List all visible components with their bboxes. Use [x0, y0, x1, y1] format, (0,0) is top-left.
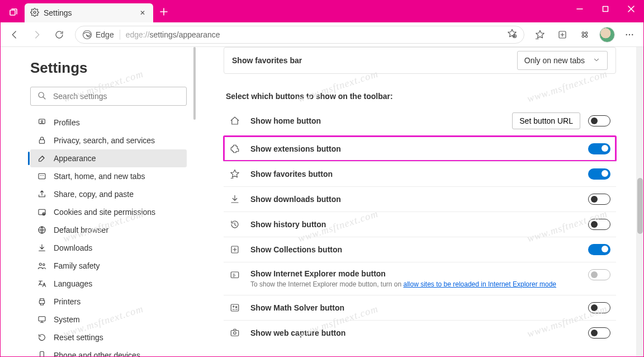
- svg-point-18: [40, 175, 41, 176]
- home-toggle[interactable]: [588, 115, 610, 126]
- svg-rect-30: [231, 272, 239, 278]
- history-icon: [229, 219, 240, 229]
- downloads-toggle[interactable]: [588, 194, 610, 205]
- address-separator: [120, 30, 120, 40]
- sidebar-item-share[interactable]: Share, copy, and paste: [30, 185, 187, 203]
- ie-mode-link[interactable]: allow sites to be reloaded in Internet E…: [404, 280, 557, 288]
- favorites-bar-value: Only on new tabs: [524, 56, 585, 65]
- sidebar-item-system[interactable]: System: [30, 311, 187, 328]
- row-collections-button: Show Collections button: [224, 237, 616, 262]
- svg-rect-16: [39, 140, 44, 144]
- nav-refresh-button[interactable]: [49, 26, 69, 44]
- tab-actions-button[interactable]: [3, 3, 23, 22]
- row-favorites-button: Show favorites button: [224, 161, 616, 186]
- nav-back-button[interactable]: [4, 26, 25, 44]
- extension-icon: [229, 144, 240, 154]
- more-menu-button[interactable]: [619, 26, 640, 44]
- row-label: Show Math Solver button: [250, 303, 344, 312]
- sidebar-item-reset[interactable]: Reset settings: [30, 328, 187, 346]
- section-header: Select which buttons to show on the tool…: [226, 92, 616, 101]
- row-ie-mode-button: Show Internet Explorer mode button To sh…: [224, 262, 616, 295]
- svg-rect-17: [39, 173, 45, 178]
- history-toggle[interactable]: [588, 219, 610, 230]
- window-minimize-button[interactable]: [567, 0, 593, 18]
- add-favorite-icon[interactable]: [507, 29, 517, 40]
- search-icon: [37, 91, 46, 102]
- favorites-bar-select[interactable]: Only on new tabs: [517, 51, 608, 70]
- globe-icon: [36, 226, 48, 234]
- svg-point-25: [43, 264, 45, 265]
- titlebar: Settings ✕: [0, 0, 644, 22]
- tab-title: Settings: [44, 8, 72, 17]
- sidebar-item-family[interactable]: Family safety: [30, 257, 187, 275]
- sidebar-item-label: Family safety: [54, 261, 100, 270]
- sidebar-scrollbar[interactable]: [192, 47, 197, 357]
- sidebar-item-label: Cookies and site permissions: [54, 208, 155, 217]
- collections-icon: [229, 245, 240, 255]
- ie-toggle: [588, 269, 610, 280]
- tab-close-button[interactable]: ✕: [138, 8, 148, 18]
- settings-search[interactable]: [30, 87, 187, 106]
- language-icon: [36, 279, 48, 288]
- sidebar-item-privacy[interactable]: Privacy, search, and services: [30, 131, 187, 149]
- svg-rect-28: [40, 351, 44, 357]
- settings-search-input[interactable]: [52, 91, 179, 101]
- new-tab-button[interactable]: [155, 3, 172, 20]
- sidebar-item-label: Default browser: [54, 226, 108, 234]
- sidebar-item-languages[interactable]: Languages: [30, 275, 187, 293]
- row-history-button: Show history button: [224, 212, 616, 237]
- page-scroll-thumb[interactable]: [637, 178, 643, 234]
- extensions-button[interactable]: [575, 26, 595, 44]
- extensions-toggle[interactable]: [588, 143, 610, 154]
- svg-point-1: [34, 11, 36, 13]
- sidebar-item-default-browser[interactable]: Default browser: [30, 221, 187, 239]
- svg-point-10: [626, 34, 627, 35]
- address-prefix: Edge: [96, 30, 114, 39]
- sidebar-item-label: Start, home, and new tabs: [54, 172, 145, 181]
- sidebar-item-label: Printers: [54, 297, 80, 306]
- download-icon: [36, 243, 48, 252]
- math-icon: [229, 303, 240, 313]
- favorites-button[interactable]: [530, 26, 550, 44]
- webcapture-toggle[interactable]: [588, 327, 610, 339]
- row-label: Show home button: [250, 116, 321, 125]
- address-url: edge://settings/appearance: [126, 30, 220, 39]
- settings-main: Show favorites bar Only on new tabs Sele…: [197, 47, 644, 357]
- sidebar-item-printers[interactable]: Printers: [30, 293, 187, 311]
- nav-forward-button[interactable]: [27, 26, 47, 44]
- sidebar-item-appearance[interactable]: Appearance: [30, 149, 187, 167]
- window-maximize-button[interactable]: [593, 0, 618, 18]
- svg-rect-27: [39, 317, 45, 321]
- svg-point-11: [629, 34, 630, 35]
- row-math-solver-button: Show Math Solver button: [224, 295, 616, 320]
- collections-toggle[interactable]: [588, 244, 610, 255]
- edge-logo-icon: [82, 30, 92, 40]
- home-icon: [229, 116, 240, 126]
- sidebar-item-start[interactable]: Start, home, and new tabs: [30, 167, 187, 185]
- family-icon: [36, 261, 48, 270]
- row-label: Show extensions button: [250, 144, 341, 153]
- svg-point-13: [39, 92, 44, 97]
- settings-heading: Settings: [30, 59, 187, 77]
- svg-rect-0: [10, 10, 15, 15]
- math-toggle[interactable]: [588, 302, 610, 313]
- address-bar[interactable]: Edge edge://settings/appearance: [75, 26, 524, 44]
- collections-button[interactable]: [552, 26, 572, 44]
- favorites-toggle[interactable]: [588, 168, 610, 180]
- sidebar-item-downloads[interactable]: Downloads: [30, 239, 187, 257]
- sidebar-item-label: Languages: [54, 279, 92, 288]
- svg-rect-32: [231, 331, 239, 336]
- sidebar-item-cookies[interactable]: Cookies and site permissions: [30, 203, 187, 221]
- set-button-url[interactable]: Set button URL: [512, 112, 580, 129]
- power-icon: [36, 172, 48, 181]
- sidebar-item-profiles[interactable]: Profiles: [30, 114, 187, 131]
- show-favorites-bar-row: Show favorites bar Only on new tabs: [224, 47, 616, 74]
- row-web-capture-button: Show web capture button: [224, 320, 616, 345]
- sidebar-item-label: Phone and other devices: [54, 351, 140, 357]
- svg-rect-26: [39, 300, 44, 303]
- window-close-button[interactable]: [618, 0, 644, 18]
- profile-avatar[interactable]: [597, 26, 617, 44]
- sidebar-item-label: Reset settings: [54, 333, 103, 342]
- sidebar-item-phone[interactable]: Phone and other devices: [30, 346, 187, 357]
- browser-tab[interactable]: Settings ✕: [25, 3, 153, 22]
